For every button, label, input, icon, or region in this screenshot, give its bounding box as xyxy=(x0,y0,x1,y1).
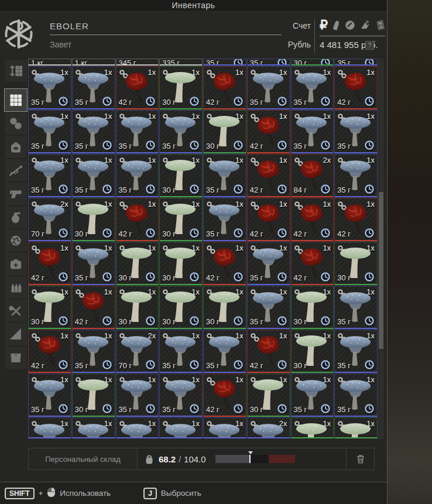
item-cell[interactable]: 1x30 г xyxy=(291,330,334,373)
item-cell[interactable]: 1x35 г xyxy=(159,110,203,153)
item-cell[interactable]: 1x30 г xyxy=(116,286,159,329)
sidebar-item-tools[interactable] xyxy=(5,300,27,322)
item-cell[interactable]: 1x42 г xyxy=(116,66,159,109)
item-cell[interactable]: 1x42 г xyxy=(203,66,246,109)
item-cell[interactable]: 1x35 г xyxy=(72,110,115,153)
item-cell[interactable]: 1x xyxy=(334,417,378,438)
item-cell[interactable]: 1x30 г xyxy=(334,242,378,285)
sidebar-item-rifle[interactable] xyxy=(5,159,27,181)
item-cell[interactable]: 1x35 г xyxy=(116,373,159,417)
item-cell[interactable]: 1x35 г xyxy=(334,373,378,417)
item-cell[interactable]: 1x35 г xyxy=(159,373,203,417)
item-cell[interactable]: 1x35 г xyxy=(28,373,71,417)
item-cell[interactable]: 1x xyxy=(116,417,159,438)
item-cell[interactable]: 1x35 г xyxy=(247,286,290,329)
currency-tab-token[interactable] xyxy=(345,19,355,32)
currency-tab-sc-card[interactable]: SC xyxy=(375,19,386,32)
item-cell[interactable]: 35 г xyxy=(334,59,378,66)
item-cell[interactable]: 1x35 г xyxy=(334,286,378,329)
item-cell[interactable]: 1x30 г xyxy=(159,242,203,285)
item-cell[interactable]: 1x30 г xyxy=(72,373,115,417)
item-cell[interactable]: 1x xyxy=(28,417,71,438)
sidebar-item-ruler[interactable] xyxy=(5,323,27,345)
item-cell[interactable]: 1x35 г xyxy=(116,110,159,153)
item-cell[interactable]: 335 г xyxy=(159,59,203,66)
item-cell[interactable]: 1x42 г xyxy=(72,286,115,329)
item-cell[interactable]: 1x42 г xyxy=(247,110,290,153)
item-cell[interactable]: 1x35 г xyxy=(72,242,115,285)
item-cell[interactable]: 2x70 г xyxy=(28,198,71,241)
item-cell[interactable]: 1x35 г xyxy=(334,154,378,197)
item-cell[interactable]: 2x84 г xyxy=(291,154,334,197)
item-cell[interactable]: 345 г xyxy=(116,59,159,66)
item-cell[interactable]: 1x35 г xyxy=(203,154,246,197)
scrollbar-thumb[interactable] xyxy=(379,192,383,349)
sidebar-item-ammo[interactable] xyxy=(5,276,27,299)
item-cell[interactable]: 1x30 г xyxy=(159,286,203,329)
item-cell[interactable]: 1x30 г xyxy=(203,110,246,153)
item-cell[interactable]: 1x35 г xyxy=(247,242,290,285)
item-cell[interactable]: 2x70 г xyxy=(116,330,159,373)
item-cell[interactable]: 1x42 г xyxy=(203,242,246,285)
item-cell[interactable]: 35 г xyxy=(247,59,290,66)
currency-tab-figurine[interactable] xyxy=(359,19,371,32)
grid-scrollbar[interactable] xyxy=(378,59,384,439)
trash-button[interactable] xyxy=(346,448,374,469)
item-cell[interactable]: 1x35 г xyxy=(291,373,334,417)
sidebar-item-medkit[interactable] xyxy=(5,253,27,275)
item-cell[interactable]: 1x35 г xyxy=(247,66,290,109)
item-cell[interactable]: 1x xyxy=(291,417,334,438)
sidebar-item-grenade[interactable] xyxy=(5,206,27,228)
item-cell[interactable]: 1x30 г xyxy=(247,373,290,417)
item-cell[interactable]: 1x42 г xyxy=(291,198,334,241)
item-cell[interactable]: 1x35 г xyxy=(28,110,71,153)
sidebar-item-backpack[interactable] xyxy=(5,136,27,158)
item-cell[interactable]: 1x xyxy=(72,417,115,438)
item-cell[interactable]: 1x30 г xyxy=(116,242,159,285)
item-cell[interactable]: 1x42 г xyxy=(28,242,71,285)
item-cell[interactable]: 1x42 г xyxy=(203,373,246,417)
item-cell[interactable]: 1x35 г xyxy=(291,110,334,153)
item-cell[interactable]: 1x30 г xyxy=(159,154,203,197)
item-cell[interactable]: 1x30 г xyxy=(203,286,246,329)
item-cell[interactable]: 1x42 г xyxy=(247,154,290,197)
sidebar-item-grid-view[interactable] xyxy=(5,89,27,111)
item-cell[interactable]: 1 кг xyxy=(72,59,115,66)
item-cell[interactable]: 1x30 г xyxy=(291,286,334,329)
item-cell[interactable]: 1x xyxy=(203,417,246,438)
item-cell[interactable]: 1x42 г xyxy=(334,66,378,109)
sidebar-item-sphere[interactable] xyxy=(5,229,27,252)
item-cell[interactable]: 1x xyxy=(159,417,203,438)
item-cell[interactable]: 1x35 г xyxy=(291,66,334,109)
sidebar-item-box[interactable] xyxy=(5,347,27,369)
currency-tab-lighter[interactable] xyxy=(332,19,341,32)
item-cell[interactable]: 1x42 г xyxy=(334,198,378,241)
item-cell[interactable]: 1x30 г xyxy=(159,198,203,241)
item-cell[interactable]: 1x35 г xyxy=(28,154,71,197)
item-cell[interactable]: 1x35 г xyxy=(28,66,71,109)
item-cell[interactable]: 1x42 г xyxy=(247,330,290,373)
weight-slider[interactable] xyxy=(215,455,295,463)
item-cell[interactable]: 1x30 г xyxy=(72,198,115,241)
item-cell[interactable]: 1x35 г xyxy=(72,66,115,109)
item-cell[interactable]: 1x42 г xyxy=(116,198,159,241)
item-cell[interactable]: 1x42 г xyxy=(247,198,290,241)
item-cell[interactable]: 2x xyxy=(247,417,290,438)
item-cell[interactable]: 1x35 г xyxy=(203,198,246,241)
item-cell[interactable]: 1x35 г xyxy=(72,330,115,373)
item-cell[interactable]: 1x35 г xyxy=(72,154,115,197)
sidebar-item-sort-grid[interactable] xyxy=(5,60,27,82)
item-cell[interactable]: 1x35 г xyxy=(116,154,159,197)
item-cell[interactable]: 1x30 г xyxy=(28,286,71,329)
item-cell[interactable]: 1x35 г xyxy=(159,330,203,373)
sidebar-item-chain-link[interactable] xyxy=(5,112,27,135)
item-cell[interactable]: 35 г xyxy=(203,59,246,66)
personal-storage-button[interactable]: Персональный склад xyxy=(29,448,138,469)
currency-tab-ruble[interactable]: ₽ xyxy=(320,19,328,32)
item-cell[interactable]: 1x35 г xyxy=(334,330,378,373)
item-cell[interactable]: 1x35 г xyxy=(334,110,378,153)
help-button[interactable]: ? xyxy=(365,41,374,50)
item-cell[interactable]: 1 кг xyxy=(28,59,71,66)
sidebar-item-pistol[interactable] xyxy=(5,183,27,205)
weight-marker[interactable] xyxy=(249,455,251,463)
